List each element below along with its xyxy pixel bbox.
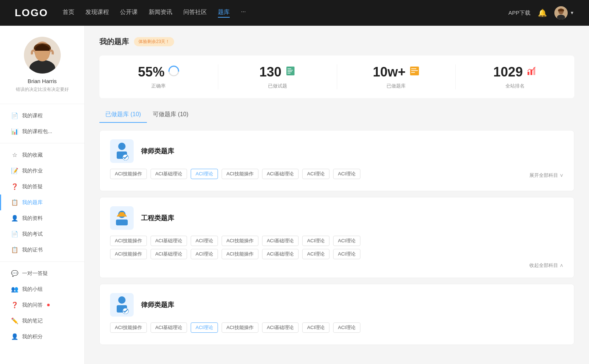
tag-aci-theory-1[interactable]: ACI理论 <box>302 169 329 179</box>
eng-tag-12[interactable]: ACI基础理论 <box>262 249 299 259</box>
sidebar-item-homework[interactable]: 📝 我的作业 <box>0 163 84 179</box>
nav-news[interactable]: 新闻资讯 <box>149 8 172 18</box>
tag-aci-skill-op-2[interactable]: ACI技能操作 <box>222 169 258 179</box>
tag-aci-basic-theory-1[interactable]: ACI基础理论 <box>151 169 187 179</box>
lawyer2-tag-5[interactable]: ACI理论 <box>302 322 329 333</box>
tag-aci-theory-2[interactable]: ACI理论 <box>333 169 360 179</box>
sidebar-item-course-pack[interactable]: 📊 我的课程包... <box>0 124 84 139</box>
sidebar-item-points[interactable]: 👤 我的积分 <box>0 329 84 345</box>
nav-links: 首页 发现课程 公开课 新闻资讯 问答社区 题库 ··· <box>63 8 246 18</box>
navbar: LOGO 首页 发现课程 公开课 新闻资讯 问答社区 题库 ··· APP下载 … <box>0 0 589 26</box>
eng-tag-7[interactable]: ACI理论 <box>333 236 360 246</box>
svg-point-21 <box>118 143 126 150</box>
eng-tag-6[interactable]: ACI理论 <box>302 236 329 246</box>
svg-rect-17 <box>411 72 415 73</box>
engineer-tags-row-1: ACI技能操作 ACI基础理论 ACI理论 ACI技能操作 ACI基础理论 AC… <box>110 236 564 246</box>
favorites-icon: ☆ <box>11 151 18 158</box>
tag-aci-theory-active-1[interactable]: ACI理论 <box>191 169 218 179</box>
nav-quiz[interactable]: 题库 <box>218 8 230 18</box>
tab-available-banks[interactable]: 可做题库 (10) <box>147 107 194 123</box>
courses-icon: 📄 <box>11 112 18 119</box>
tag-aci-skill-op-1[interactable]: ACI技能操作 <box>110 169 147 179</box>
engineer-tags-row-2: ACI技能操作 ACI基础理论 ACI理论 ACI技能操作 ACI基础理论 AC… <box>110 249 564 259</box>
lawyer-icon-1 <box>110 139 134 163</box>
user-motto: 错误的决定比没有决定要好 <box>7 86 77 93</box>
svg-rect-12 <box>288 71 292 72</box>
stat-accuracy-wrap: 55% <box>107 64 211 80</box>
eng-tag-8[interactable]: ACI技能操作 <box>110 249 147 259</box>
sidebar-divider-top <box>0 104 84 104</box>
navbar-right: APP下载 🔔 ▼ <box>508 6 574 19</box>
bell-icon[interactable]: 🔔 <box>538 8 547 17</box>
group-icon: 👥 <box>11 286 18 293</box>
eng-tag-1[interactable]: ACI技能操作 <box>110 236 147 246</box>
lawyer2-tag-6[interactable]: ACI理论 <box>333 322 360 333</box>
tab-done-banks[interactable]: 已做题库 (10) <box>99 107 147 123</box>
nav-more[interactable]: ··· <box>241 8 246 18</box>
my-qa-icon: ❓ <box>11 301 18 308</box>
user-avatar-nav[interactable]: ▼ <box>554 6 574 19</box>
eng-tag-13[interactable]: ACI理论 <box>302 249 329 259</box>
lawyer-tags-row-1: ACI技能操作 ACI基础理论 ACI理论 ACI技能操作 ACI基础理论 AC… <box>110 169 564 182</box>
sidebar-item-answers[interactable]: ❓ 我的答疑 <box>0 179 84 195</box>
sidebar-divider-1 <box>0 143 84 143</box>
lawyer-title-1: 律师类题库 <box>141 147 174 156</box>
homework-icon: 📝 <box>11 167 18 174</box>
eng-tag-14[interactable]: ACI理论 <box>333 249 360 259</box>
engineer-title: 工程类题库 <box>141 214 174 222</box>
eng-tag-11[interactable]: ACI技能操作 <box>222 249 258 259</box>
bank-header-lawyer-1: 律师类题库 <box>110 139 564 163</box>
nav-open[interactable]: 公开课 <box>120 8 138 18</box>
quiz-bank-icon: 📋 <box>11 199 18 206</box>
sidebar-item-group[interactable]: 👥 我的小组 <box>0 281 84 297</box>
exam-icon: 📄 <box>11 231 18 238</box>
nav-home[interactable]: 首页 <box>63 8 74 18</box>
eng-tag-9[interactable]: ACI基础理论 <box>151 249 187 259</box>
tag-aci-basic-theory-2[interactable]: ACI基础理论 <box>262 169 299 179</box>
favorites-label: 我的收藏 <box>22 152 43 158</box>
sidebar-item-one-on-one[interactable]: 💬 一对一答疑 <box>0 265 84 281</box>
sidebar-item-my-courses[interactable]: 📄 我的课程 <box>0 108 84 124</box>
collapse-link-engineer[interactable]: 收起全部科目 ∧ <box>110 262 564 269</box>
avatar-dropdown-icon[interactable]: ▼ <box>570 10 574 15</box>
app-download[interactable]: APP下载 <box>508 10 530 17</box>
sidebar-item-exam[interactable]: 📄 我的考试 <box>0 226 84 242</box>
sidebar-item-profile[interactable]: 👤 我的资料 <box>0 210 84 226</box>
eng-tag-10[interactable]: ACI理论 <box>191 249 218 259</box>
group-label: 我的小组 <box>22 286 43 293</box>
lawyer2-tag-2[interactable]: ACI基础理论 <box>151 322 187 333</box>
lawyer2-tag-1[interactable]: ACI技能操作 <box>110 322 147 333</box>
expand-link-lawyer-1[interactable]: 展开全部科目 ∨ <box>529 172 564 179</box>
lawyer2-tag-4[interactable]: ACI基础理论 <box>262 322 299 333</box>
sidebar-item-my-qa[interactable]: ❓ 我的问答 <box>0 297 84 313</box>
nav-discover[interactable]: 发现课程 <box>85 8 109 18</box>
sidebar-item-notes[interactable]: ✏️ 我的笔记 <box>0 313 84 329</box>
lawyer-icon-2 <box>110 293 134 317</box>
sidebar-item-favorites[interactable]: ☆ 我的收藏 <box>0 147 84 163</box>
nav-qa[interactable]: 问答社区 <box>183 8 207 18</box>
logo[interactable]: LOGO <box>15 7 48 19</box>
sidebar-divider-2 <box>0 261 84 262</box>
accuracy-label: 正确率 <box>107 83 211 89</box>
lawyer-1-tags: ACI技能操作 ACI基础理论 ACI理论 ACI技能操作 ACI基础理论 AC… <box>110 169 529 179</box>
sidebar-item-quiz-bank[interactable]: 📋 我的题库 <box>0 195 84 210</box>
eng-tag-5[interactable]: ACI基础理论 <box>262 236 299 246</box>
eng-tag-3[interactable]: ACI理论 <box>191 236 218 246</box>
one-on-one-label: 一对一答疑 <box>22 270 48 277</box>
svg-rect-13 <box>288 73 290 74</box>
eng-tag-4[interactable]: ACI技能操作 <box>222 236 258 246</box>
lawyer2-tag-active[interactable]: ACI理论 <box>191 322 218 333</box>
main-layout: Brian Harris 错误的决定比没有决定要好 📄 我的课程 📊 我的课程包… <box>0 26 589 364</box>
lawyer-title-2: 律师类题库 <box>141 300 174 309</box>
points-icon: 👤 <box>11 333 18 340</box>
cert-icon: 📋 <box>11 246 18 253</box>
stat-ranking-wrap: 1029 <box>463 64 567 80</box>
trial-badge: 体验剩余23天！ <box>134 37 174 46</box>
lawyer2-tag-3[interactable]: ACI技能操作 <box>222 322 258 333</box>
stats-bar: 55% 正确率 130 <box>99 56 574 98</box>
page-title: 我的题库 <box>99 37 129 47</box>
eng-tag-2[interactable]: ACI基础理论 <box>151 236 187 246</box>
sidebar-item-cert[interactable]: 📋 我的证书 <box>0 242 84 258</box>
content-area: 我的题库 体验剩余23天！ 55% 正确率 13 <box>85 26 589 364</box>
bank-card-engineer: 工程类题库 ACI技能操作 ACI基础理论 ACI理论 ACI技能操作 ACI基… <box>99 197 574 278</box>
